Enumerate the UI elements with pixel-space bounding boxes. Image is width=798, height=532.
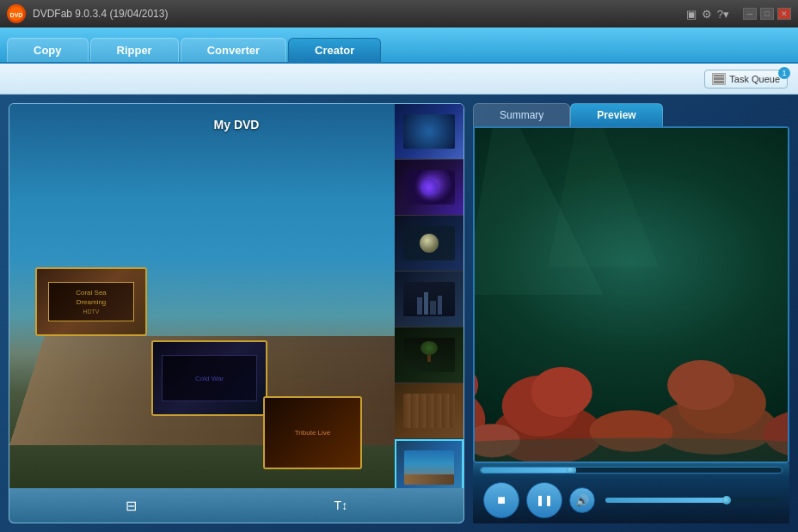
thumbnail-3[interactable]: Tribute Live Tribute Live.avi xyxy=(263,396,362,469)
strip-thumb-1[interactable] xyxy=(395,160,463,216)
tab-converter[interactable]: Converter xyxy=(181,38,286,62)
progress-bar-container xyxy=(473,463,789,477)
main-content: My DVD Coral SeaDreaming HDTV Coral Sea … xyxy=(0,95,798,532)
svg-point-14 xyxy=(667,360,734,410)
stop-icon: ■ xyxy=(497,492,506,508)
strip-thumb-2[interactable] xyxy=(395,216,463,272)
titlebar: DVD DVDFab 9.0.3.4 (19/04/2013) ▣ ⚙ ?▾ ─… xyxy=(0,0,798,28)
tab-creator[interactable]: Creator xyxy=(288,38,381,62)
text-icon[interactable]: T↕ xyxy=(335,498,348,512)
strip-thumb-0[interactable] xyxy=(395,104,463,160)
strip-thumb-5[interactable] xyxy=(395,383,463,439)
task-queue-label: Task Queue xyxy=(729,74,780,84)
close-button[interactable]: ✕ xyxy=(777,8,791,20)
dvd-preview-area: My DVD Coral SeaDreaming HDTV Coral Sea … xyxy=(9,104,463,488)
stop-button[interactable]: ■ xyxy=(483,482,519,518)
tab-ripper[interactable]: Ripper xyxy=(90,38,179,62)
strip-thumb-6-active[interactable] xyxy=(395,439,463,488)
task-queue-icon xyxy=(712,73,726,85)
tab-summary[interactable]: Summary xyxy=(473,103,570,126)
progress-handle[interactable] xyxy=(566,467,576,474)
maximize-button[interactable]: □ xyxy=(760,8,774,20)
volume-handle[interactable] xyxy=(722,496,731,504)
dvd-creator-panel: My DVD Coral SeaDreaming HDTV Coral Sea … xyxy=(9,103,464,523)
app-logo: DVD xyxy=(7,4,26,23)
monitor-icon[interactable]: ▣ xyxy=(686,8,697,21)
volume-button[interactable]: 🔊 xyxy=(569,487,595,513)
preview-panel: Summary Preview xyxy=(473,103,789,523)
volume-icon: 🔊 xyxy=(575,494,589,507)
task-queue-badge: 1 xyxy=(778,67,790,79)
svg-point-11 xyxy=(531,367,592,417)
svg-text:DVD: DVD xyxy=(10,12,23,18)
dvd-bottom-bar: ⊟ T↕ xyxy=(9,488,463,523)
tab-copy[interactable]: Copy xyxy=(7,38,89,62)
thumbnail-strip xyxy=(395,104,463,488)
tab-preview[interactable]: Preview xyxy=(570,103,662,126)
task-queue-button[interactable]: Task Queue 1 xyxy=(704,70,788,89)
coral-svg xyxy=(475,128,788,462)
progress-fill xyxy=(481,468,571,473)
table-icon[interactable]: ⊟ xyxy=(126,498,137,514)
thumbnail-2[interactable]: Cold War Cold War.rmvb xyxy=(151,340,267,416)
coral-underwater-scene xyxy=(475,128,788,462)
window-controls[interactable]: ─ □ ✕ xyxy=(743,8,791,20)
thumbnail-1[interactable]: Coral SeaDreaming HDTV Coral Sea Dreamin… xyxy=(35,267,147,336)
volume-slider[interactable] xyxy=(605,498,779,503)
settings-icon[interactable]: ⚙ xyxy=(702,8,712,21)
strip-thumb-3[interactable] xyxy=(395,272,463,327)
minimize-button[interactable]: ─ xyxy=(743,8,757,20)
app-title: DVDFab 9.0.3.4 (19/04/2013) xyxy=(33,8,686,20)
video-progress-bar[interactable] xyxy=(480,467,783,474)
pause-icon: ❚❚ xyxy=(536,494,553,506)
navigation-tabs: Copy Ripper Converter Creator xyxy=(0,28,798,64)
video-preview xyxy=(473,126,789,463)
playback-controls: ■ ❚❚ 🔊 xyxy=(473,477,789,523)
toolbar-icons: ▣ ⚙ ?▾ xyxy=(686,8,729,21)
help-icon[interactable]: ?▾ xyxy=(717,8,729,21)
pause-button[interactable]: ❚❚ xyxy=(526,482,562,518)
preview-tabs: Summary Preview xyxy=(473,103,789,126)
toolbar-row: Task Queue 1 xyxy=(0,64,798,95)
svg-point-18 xyxy=(475,438,788,462)
strip-thumb-4[interactable] xyxy=(395,327,463,383)
